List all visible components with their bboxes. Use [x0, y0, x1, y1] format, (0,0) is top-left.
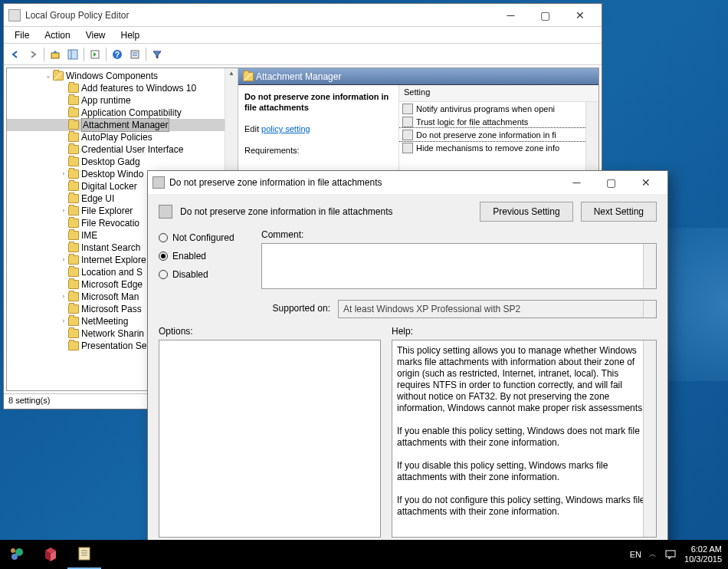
help-p4: If you do not configure this policy sett… — [397, 495, 644, 517]
menu-action[interactable]: Action — [37, 28, 77, 42]
supported-on-text: At least Windows XP Professional with SP… — [343, 304, 520, 314]
radio-disabled[interactable]: Disabled — [159, 269, 251, 280]
edit-policy-link[interactable]: policy setting — [261, 124, 310, 133]
help-label: Help: — [392, 326, 657, 337]
forward-button[interactable] — [25, 46, 41, 63]
minimize-button[interactable]: ─ — [494, 5, 528, 26]
comment-scrollbar[interactable] — [643, 244, 656, 288]
options-box — [159, 340, 381, 538]
menu-help[interactable]: Help — [113, 28, 148, 42]
tree-item[interactable]: AutoPlay Policies — [7, 131, 238, 143]
list-header-title: Attachment Manager — [256, 71, 341, 82]
props-title: Do not preserve zone information in file… — [169, 177, 559, 188]
help-button[interactable]: ? — [109, 46, 126, 63]
help-box: This policy setting allows you to manage… — [392, 340, 657, 538]
toolbar: ? — [4, 44, 602, 65]
props-titlebar[interactable]: Do not preserve zone information in file… — [148, 171, 667, 194]
help-p1: This policy setting allows you to manage… — [397, 345, 644, 413]
supported-scrollbar[interactable] — [643, 301, 656, 317]
help-p3: If you disable this policy setting, Wind… — [397, 460, 608, 482]
svg-text:?: ? — [115, 51, 120, 59]
maximize-button[interactable]: ▢ — [528, 5, 562, 26]
tree-item[interactable]: App runtime — [7, 94, 238, 107]
gpe-icon — [8, 9, 21, 21]
selected-policy-name: Do not preserve zone information in file… — [244, 92, 389, 112]
comment-textarea[interactable] — [261, 243, 657, 289]
props-maximize-button[interactable]: ▢ — [594, 172, 628, 193]
up-button[interactable] — [47, 46, 64, 63]
setting-row[interactable]: Do not preserve zone information in fi — [399, 128, 598, 141]
requirements-label: Requirements: — [244, 146, 300, 155]
action-center-icon[interactable] — [664, 548, 677, 561]
taskbar: EN ︿ 6:02 AM 10/3/2015 — [0, 540, 728, 569]
tree-item[interactable]: Application Compatibility — [7, 107, 238, 119]
next-setting-button[interactable]: Next Setting — [581, 202, 657, 222]
svg-rect-16 — [666, 551, 675, 557]
radio-not-configured[interactable]: Not Configured — [159, 232, 251, 243]
state-radio-group: Not Configured Enabled Disabled — [159, 229, 251, 280]
edit-label: Edit — [244, 124, 259, 133]
options-label: Options: — [159, 326, 381, 337]
previous-setting-button[interactable]: Previous Setting — [480, 202, 572, 222]
close-button[interactable]: ✕ — [562, 5, 597, 26]
supported-on-box: At least Windows XP Professional with SP… — [338, 300, 657, 318]
policy-properties-dialog: Do not preserve zone information in file… — [147, 170, 668, 546]
back-button[interactable] — [7, 46, 24, 63]
settings-col-header[interactable]: Setting — [399, 85, 598, 102]
props-icon — [152, 176, 165, 189]
properties-button[interactable] — [126, 46, 143, 63]
export-button[interactable] — [87, 46, 103, 63]
clock-date: 10/3/2015 — [684, 554, 722, 564]
svg-rect-0 — [51, 53, 59, 58]
tree-item[interactable]: Add features to Windows 10 — [7, 82, 238, 94]
taskbar-clock[interactable]: 6:02 AM 10/3/2015 — [684, 544, 722, 564]
clock-time: 6:02 AM — [691, 544, 722, 554]
gpe-titlebar[interactable]: Local Group Policy Editor ─ ▢ ✕ — [4, 4, 602, 27]
props-subtitle-icon — [159, 205, 172, 219]
help-p2: If you enable this policy setting, Windo… — [397, 426, 640, 448]
taskbar-app-2[interactable] — [34, 540, 67, 569]
language-indicator[interactable]: EN — [630, 550, 641, 559]
taskbar-app-1[interactable] — [0, 540, 34, 569]
filter-button[interactable] — [149, 46, 166, 63]
show-hide-tree-button[interactable] — [64, 46, 81, 63]
svg-point-10 — [11, 554, 18, 560]
setting-row[interactable]: Hide mechanisms to remove zone info — [399, 141, 598, 154]
gpe-title: Local Group Policy Editor — [25, 10, 494, 21]
comment-label: Comment: — [261, 229, 657, 240]
props-close-button[interactable]: ✕ — [628, 172, 663, 193]
help-scrollbar[interactable] — [643, 340, 656, 537]
svg-rect-1 — [68, 50, 77, 59]
tree-item[interactable]: Desktop Gadg — [7, 156, 238, 168]
list-header: Attachment Manager — [238, 68, 598, 85]
menubar: File Action View Help — [4, 27, 602, 44]
radio-enabled[interactable]: Enabled — [159, 251, 251, 261]
tray-chevron-icon[interactable]: ︿ — [649, 549, 657, 560]
props-subtitle: Do not preserve zone information in file… — [180, 206, 472, 217]
tree-root[interactable]: ⌄Windows Components — [7, 70, 238, 82]
tree-item[interactable]: Credential User Interface — [7, 143, 238, 156]
svg-rect-12 — [79, 548, 90, 560]
setting-row[interactable]: Notify antivirus programs when openi — [399, 102, 598, 115]
system-tray: EN ︿ 6:02 AM 10/3/2015 — [624, 544, 728, 564]
taskbar-app-3-gpedit[interactable] — [67, 540, 101, 569]
supported-label: Supported on: — [261, 300, 330, 314]
tree-item[interactable]: Attachment Manager — [7, 119, 238, 131]
props-minimize-button[interactable]: ─ — [559, 172, 594, 193]
menu-view[interactable]: View — [78, 28, 113, 42]
svg-rect-6 — [131, 51, 139, 58]
setting-row[interactable]: Trust logic for file attachments — [399, 115, 598, 128]
folder-icon — [243, 72, 254, 81]
svg-point-11 — [11, 548, 15, 553]
menu-file[interactable]: File — [7, 28, 37, 42]
